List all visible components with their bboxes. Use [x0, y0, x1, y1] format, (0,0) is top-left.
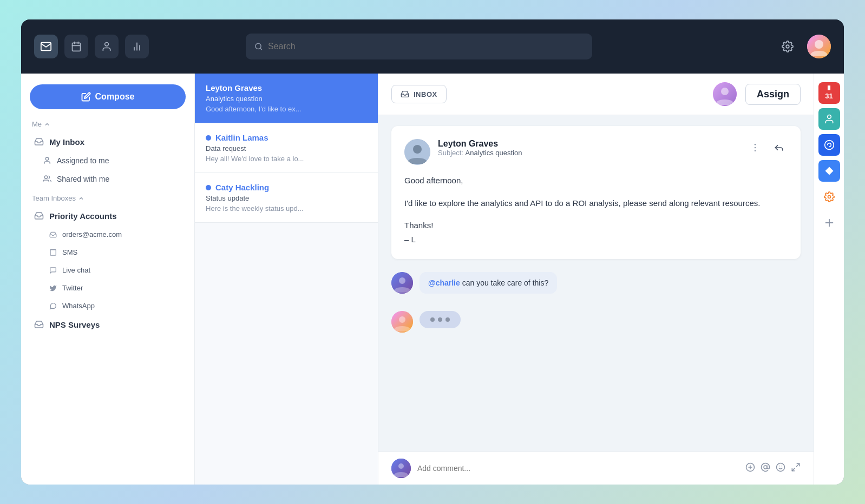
conv-subject-1: Data request	[206, 144, 367, 152]
sidebar-item-my-inbox[interactable]: My Inbox	[30, 132, 186, 151]
current-user-avatar	[391, 459, 411, 478]
conv-list-empty-space	[195, 223, 378, 288]
svg-point-37	[764, 466, 767, 469]
search-input[interactable]	[268, 42, 584, 51]
sidebar-item-twitter[interactable]: Twitter	[30, 280, 186, 296]
app-container: Compose Me My Inbox Assigned to me Share…	[21, 19, 844, 485]
comment-tools	[745, 462, 801, 474]
chat-icon	[49, 267, 57, 274]
nav-right	[777, 35, 831, 58]
hubspot-right-button[interactable]	[818, 186, 840, 208]
diamond-right-button[interactable]	[818, 160, 840, 182]
emoji-button[interactable]	[776, 462, 785, 474]
inbox-badge-icon	[401, 90, 409, 98]
comment-row-0: @charlie can you take care of this?	[391, 268, 801, 298]
svg-point-27	[755, 150, 756, 152]
sidebar-item-orders[interactable]: orders@acme.com	[30, 226, 186, 243]
typing-avatar	[391, 311, 413, 333]
main-panel: INBOX Assign Leyton Graves	[378, 74, 814, 485]
email-content: Leyton Graves Subject: Analytics questio…	[378, 115, 814, 452]
whatsapp-label: WhatsApp	[62, 302, 95, 310]
sms-icon	[49, 249, 57, 256]
conversation-item-1[interactable]: Kaitlin Lamas Data request Hey all! We'd…	[195, 123, 378, 173]
sidebar-item-whatsapp[interactable]: WhatsApp	[30, 297, 186, 314]
email-card: Leyton Graves Subject: Analytics questio…	[391, 126, 801, 259]
contact-avatar	[713, 82, 737, 106]
inbox-nav-icon[interactable]	[34, 35, 58, 58]
conversation-item-0[interactable]: Leyton Graves Analytics question Good af…	[195, 74, 378, 123]
email-body: Good afternoon, I'd like to explore the …	[404, 174, 788, 246]
add-integration-button[interactable]	[818, 212, 840, 234]
conversation-item-2[interactable]: Caty Hackling Status update Here is the …	[195, 173, 378, 223]
typing-dot-1	[430, 317, 435, 322]
comment-bubble-0: @charlie can you take care of this?	[420, 272, 557, 294]
sidebar-item-priority-accounts[interactable]: Priority Accounts	[30, 207, 186, 225]
expand-button[interactable]	[791, 462, 801, 474]
svg-point-4	[105, 43, 109, 47]
conv-subject-2: Status update	[206, 194, 367, 202]
typing-dot-3	[445, 317, 450, 322]
compose-button[interactable]: Compose	[30, 84, 186, 109]
reply-button[interactable]	[770, 139, 788, 156]
search-bar[interactable]	[246, 34, 592, 59]
typing-indicator-row	[391, 307, 801, 337]
comment-mention: @charlie	[428, 278, 460, 287]
search-icon	[254, 42, 263, 51]
unread-dot-2	[206, 185, 211, 190]
sidebar-item-assigned-to-me[interactable]: Assigned to me	[30, 152, 186, 169]
analytics-nav-icon[interactable]	[125, 35, 149, 58]
team-inboxes-label: Team Inboxes	[32, 194, 186, 202]
sidebar-item-nps[interactable]: NPS Surveys	[30, 315, 186, 334]
right-sidebar: ▉ 31	[814, 74, 844, 485]
svg-point-43	[827, 115, 831, 119]
main-content: Compose Me My Inbox Assigned to me Share…	[21, 74, 844, 485]
email-sender-row: Leyton Graves Subject: Analytics questio…	[404, 139, 788, 165]
inbox-icon	[34, 137, 44, 147]
svg-point-26	[755, 147, 756, 149]
nps-icon	[34, 320, 44, 329]
sender-avatar	[404, 139, 430, 165]
mention-button[interactable]	[761, 462, 770, 474]
contacts-right-button[interactable]	[818, 108, 840, 130]
comment-input[interactable]	[417, 464, 739, 473]
sender-name: Leyton Graves	[438, 139, 739, 149]
diamond-shape-icon	[824, 166, 834, 176]
comment-text: can you take care of this?	[460, 278, 548, 287]
conv-preview-0: Good afternoon, I'd like to ex...	[206, 105, 367, 113]
sidebar-item-live-chat[interactable]: Live chat	[30, 262, 186, 278]
comment-input-row	[378, 452, 814, 485]
typing-bubble	[420, 311, 461, 328]
assign-button[interactable]: Assign	[745, 84, 801, 105]
calendar-nav-icon[interactable]	[64, 35, 88, 58]
shared-with-me-label: Shared with me	[57, 175, 109, 183]
svg-point-14	[44, 176, 47, 178]
add-attachment-button[interactable]	[745, 462, 755, 474]
sidebar-item-sms[interactable]: SMS	[30, 244, 186, 261]
more-options-button[interactable]	[746, 139, 764, 156]
svg-line-9	[260, 48, 261, 50]
sidebar: Compose Me My Inbox Assigned to me Share…	[21, 74, 194, 485]
body-line-4: – L	[404, 233, 788, 247]
top-nav	[21, 19, 844, 74]
orders-acme-label: orders@acme.com	[62, 230, 122, 238]
conv-preview-1: Hey all! We'd love to take a lo...	[206, 155, 367, 163]
nps-surveys-label: NPS Surveys	[49, 320, 100, 329]
subject-label: Subject:	[438, 149, 463, 157]
unread-dot-1	[206, 135, 211, 141]
contacts-nav-icon[interactable]	[95, 35, 119, 58]
email-inbox-icon	[49, 231, 57, 238]
sidebar-item-shared-with-me[interactable]: Shared with me	[30, 170, 186, 188]
salesforce-right-button[interactable]	[818, 134, 840, 156]
settings-button[interactable]	[777, 36, 798, 57]
calendar-right-button[interactable]: ▉ 31	[818, 82, 840, 104]
sender-info: Leyton Graves Subject: Analytics questio…	[438, 139, 739, 157]
me-section-label: Me	[32, 120, 186, 128]
user-avatar[interactable]	[807, 35, 831, 58]
svg-line-41	[797, 463, 800, 466]
assigned-to-me-label: Assigned to me	[57, 156, 109, 165]
priority-accounts-label: Priority Accounts	[49, 211, 116, 221]
conv-preview-2: Here is the weekly status upd...	[206, 204, 367, 213]
svg-marker-44	[825, 167, 833, 175]
sms-label: SMS	[62, 248, 77, 256]
svg-point-24	[413, 145, 422, 154]
